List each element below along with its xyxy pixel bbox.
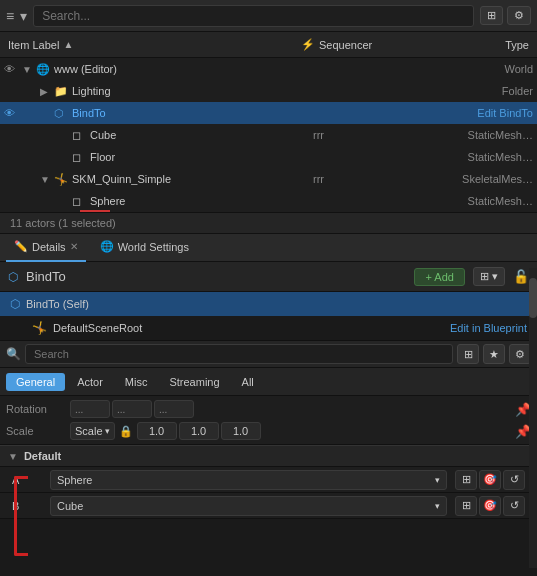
component-icon: 🤸 <box>32 321 47 335</box>
item-type: StaticMesh… <box>443 195 533 207</box>
filter-icon[interactable]: ≡ <box>6 8 14 24</box>
search-icon: 🔍 <box>6 347 21 361</box>
prop-b-reset-button[interactable]: ↺ <box>503 496 525 516</box>
filter-settings-button[interactable]: ⚙ <box>509 344 531 364</box>
item-seq: rrr <box>313 173 443 185</box>
dropdown-arrow[interactable]: ▾ <box>20 8 27 24</box>
scrollbar[interactable] <box>529 268 537 568</box>
item-name: www (Editor) <box>54 63 313 75</box>
grid-layout-button[interactable]: ⊞ <box>457 344 479 364</box>
item-type: Edit BindTo <box>443 107 533 119</box>
property-a-row: A Sphere ▾ ⊞ 🎯 ↺ <box>0 467 537 493</box>
tab-details[interactable]: ✏️ Details ✕ <box>6 234 86 262</box>
default-section-header[interactable]: ▼ Default <box>0 445 537 467</box>
red-selection-bracket <box>14 476 28 556</box>
item-label-column-header[interactable]: Item Label <box>8 39 59 51</box>
item-seq: rrr <box>313 129 443 141</box>
prop-a-reset-button[interactable]: ↺ <box>503 470 525 490</box>
layout-button[interactable]: ⊞ ▾ <box>473 267 505 286</box>
mesh-icon: ◻ <box>72 195 88 208</box>
prop-a-value: Sphere <box>57 474 92 486</box>
list-item[interactable]: 👁 ◻ Sphere StaticMesh… <box>0 190 537 212</box>
item-name: Cube <box>90 129 313 141</box>
visibility-icon[interactable]: 👁 <box>4 107 22 119</box>
tab-misc[interactable]: Misc <box>115 373 158 391</box>
list-item[interactable]: 👁 ▼ 🌐 www (Editor) World <box>0 58 537 80</box>
outliner-tree: 👁 ▼ 🌐 www (Editor) World 👁 ▶ 📁 Lighting … <box>0 58 537 212</box>
item-name: Lighting <box>72 85 313 97</box>
scale-dropdown[interactable]: Scale ▾ <box>70 422 115 440</box>
list-item[interactable]: 👁 ▼ 🤸 SKM_Quinn_Simple rrr SkeletalMes… <box>0 168 537 190</box>
outliner-header: Item Label ▲ ⚡ Sequencer Type <box>0 32 537 58</box>
filter-search-input[interactable] <box>25 344 453 364</box>
expand-arrow[interactable]: ▼ <box>22 64 36 75</box>
world-settings-icon: 🌐 <box>100 240 114 253</box>
rot-z-dropdown[interactable]: ... <box>154 400 194 418</box>
component-tree: ⬡ BindTo (Self) 🤸 DefaultSceneRoot Edit … <box>0 292 537 340</box>
lock-icon[interactable]: 🔓 <box>513 269 529 284</box>
actor-count: 11 actors (1 selected) <box>0 212 537 234</box>
scale-y-input[interactable] <box>179 422 219 440</box>
scale-row: Scale Scale ▾ 🔒 📌 <box>6 420 531 442</box>
item-type: SkeletalMes… <box>443 173 533 185</box>
edit-in-blueprint-link[interactable]: Edit in Blueprint <box>450 322 527 334</box>
scale-z-input[interactable] <box>221 422 261 440</box>
save-button[interactable]: ⊞ <box>480 6 503 25</box>
tab-world-settings[interactable]: 🌐 World Settings <box>92 234 197 262</box>
rot-x-dropdown[interactable]: ... <box>70 400 110 418</box>
list-item[interactable]: 👁 ⬡ BindTo Edit BindTo <box>0 102 537 124</box>
prop-b-picker-button[interactable]: 🎯 <box>479 496 501 516</box>
folder-icon: 📁 <box>54 85 70 98</box>
rot-y-dropdown[interactable]: ... <box>112 400 152 418</box>
expand-arrow[interactable]: ▶ <box>40 86 54 97</box>
sequencer-column-header: ⚡ Sequencer <box>301 38 431 51</box>
property-b-row: B Cube ▾ ⊞ 🎯 ↺ <box>0 493 537 519</box>
component-default-scene-root[interactable]: 🤸 DefaultSceneRoot Edit in Blueprint <box>0 316 537 340</box>
rotation-row: Rotation ... ... ... 📌 <box>6 398 531 420</box>
prop-a-dropdown[interactable]: Sphere ▾ <box>50 470 447 490</box>
list-item[interactable]: 👁 ▶ 📁 Lighting Folder <box>0 80 537 102</box>
scale-lock-icon[interactable]: 🔒 <box>119 425 133 438</box>
tab-streaming[interactable]: Streaming <box>159 373 229 391</box>
top-toolbar: ≡ ▾ ⊞ ⚙ <box>0 0 537 32</box>
toolbar-search-input[interactable] <box>33 5 474 27</box>
details-title-bar: ⬡ BindTo + Add ⊞ ▾ 🔓 <box>0 262 537 292</box>
tab-close-icon[interactable]: ✕ <box>70 241 78 252</box>
expand-arrow[interactable]: ▼ <box>40 174 54 185</box>
prop-b-dropdown[interactable]: Cube ▾ <box>50 496 447 516</box>
skeletal-icon: 🤸 <box>54 173 70 186</box>
mesh-icon: ◻ <box>72 129 88 142</box>
scrollbar-thumb[interactable] <box>529 278 537 318</box>
details-tabs: ✏️ Details ✕ 🌐 World Settings <box>0 234 537 262</box>
section-expand-arrow: ▼ <box>8 451 18 462</box>
add-button[interactable]: + Add <box>414 268 464 286</box>
seq-icon: ⚡ <box>301 38 315 51</box>
scale-x-input[interactable] <box>137 422 177 440</box>
item-type: StaticMesh… <box>443 129 533 141</box>
transform-section: Rotation ... ... ... 📌 Scale Scale ▾ 🔒 📌 <box>0 396 537 445</box>
dropdown-arrow-icon: ▾ <box>435 501 440 511</box>
prop-b-value: Cube <box>57 500 83 512</box>
item-name: BindTo <box>72 107 313 119</box>
prop-b-grid-button[interactable]: ⊞ <box>455 496 477 516</box>
world-icon: 🌐 <box>36 63 52 76</box>
settings-button[interactable]: ⚙ <box>507 6 531 25</box>
actor-name: BindTo <box>26 269 406 284</box>
section-title: Default <box>24 450 61 462</box>
component-bind-to-self[interactable]: ⬡ BindTo (Self) <box>0 292 537 316</box>
actor-icon-detail: ⬡ <box>8 270 18 284</box>
favorites-button[interactable]: ★ <box>483 344 505 364</box>
scale-label: Scale <box>6 425 66 437</box>
prop-a-grid-button[interactable]: ⊞ <box>455 470 477 490</box>
tab-general[interactable]: General <box>6 373 65 391</box>
component-icon: ⬡ <box>10 297 20 311</box>
dropdown-arrow-icon: ▾ <box>435 475 440 485</box>
list-item[interactable]: 👁 ◻ Floor StaticMesh… <box>0 146 537 168</box>
details-icon: ✏️ <box>14 240 28 253</box>
prop-a-picker-button[interactable]: 🎯 <box>479 470 501 490</box>
tab-actor[interactable]: Actor <box>67 373 113 391</box>
list-item[interactable]: 👁 ◻ Cube rrr StaticMesh… <box>0 124 537 146</box>
item-type: StaticMesh… <box>443 151 533 163</box>
tab-all[interactable]: All <box>232 373 264 391</box>
visibility-icon[interactable]: 👁 <box>4 63 22 75</box>
